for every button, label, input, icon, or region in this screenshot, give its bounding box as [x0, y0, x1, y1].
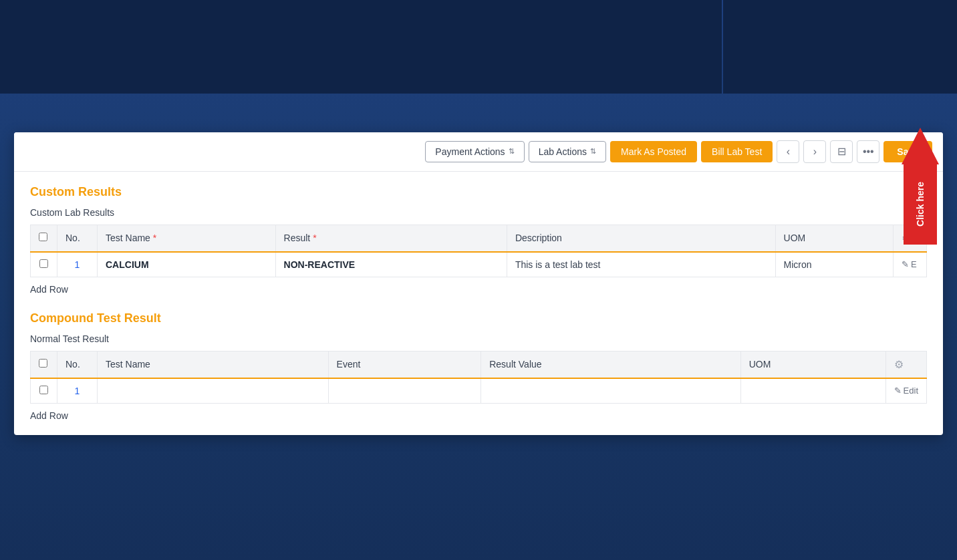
compound-row-event-cell: [328, 378, 481, 404]
compound-row-edit-button[interactable]: ✎ Edit: [894, 386, 918, 396]
next-icon: ›: [813, 146, 817, 158]
next-button[interactable]: ›: [803, 140, 826, 163]
compound-test-header-row: No. Test Name Event Result Value: [31, 351, 927, 378]
compound-gear-icon: ⚙: [894, 359, 904, 370]
mark-as-posted-button[interactable]: Mark As Posted: [610, 141, 697, 162]
result-required-star: *: [313, 233, 316, 243]
custom-results-header-row: No. Test Name * Result * Description: [31, 225, 927, 252]
more-button[interactable]: •••: [857, 140, 879, 163]
col-uom-label: UOM: [784, 233, 806, 243]
content-area: Custom Results Custom Lab Results No.: [14, 172, 943, 435]
custom-results-result-header: Result *: [275, 225, 507, 252]
toolbar: Payment Actions ⇅ Lab Actions ⇅ Mark As …: [14, 132, 943, 172]
compound-row-resultvalue-cell: [481, 378, 741, 404]
custom-results-title: Custom Results: [30, 185, 927, 199]
compound-select-all[interactable]: [39, 359, 47, 368]
prev-icon: ‹: [787, 146, 790, 158]
custom-results-no-header: No.: [57, 225, 98, 252]
compound-row-no-cell: 1: [57, 378, 98, 404]
print-icon: ⊟: [837, 145, 846, 158]
custom-results-description-header: Description: [507, 225, 775, 252]
custom-results-table: No. Test Name * Result * Description: [30, 225, 927, 277]
arrow-triangle: [902, 128, 939, 164]
prev-button[interactable]: ‹: [777, 140, 799, 163]
row-edit-cell: ✎ E: [894, 252, 927, 277]
compound-row-number: 1: [75, 386, 80, 396]
compound-edit-label: Edit: [904, 386, 918, 396]
compound-row-checkbox-cell: [31, 378, 57, 404]
payment-actions-label: Payment Actions: [435, 146, 505, 157]
click-here-annotation: Click here: [902, 128, 939, 245]
bill-lab-test-button[interactable]: Bill Lab Test: [701, 141, 773, 162]
edit-pencil-icon: ✎: [902, 259, 909, 269]
normal-test-result-label: Normal Test Result: [30, 333, 927, 344]
compound-gear-header: ⚙: [885, 351, 926, 378]
row-result-value: NON-REACTIVE: [284, 259, 356, 270]
table-row: 1: [31, 378, 927, 404]
row-description-value: This is a test lab test: [515, 259, 601, 270]
save-button-wrapper: Save Click here: [883, 141, 932, 162]
custom-results-select-all[interactable]: [39, 233, 47, 241]
custom-results-add-row[interactable]: Add Row: [30, 284, 68, 295]
compound-test-title: Compound Test Result: [30, 311, 927, 325]
row-number: 1: [75, 259, 80, 270]
compound-event-header: Event: [328, 351, 481, 378]
compound-col-testname: Test Name: [106, 359, 150, 370]
row-checkbox-cell: [31, 252, 57, 277]
col-no-label: No.: [65, 233, 80, 243]
row-checkbox[interactable]: [39, 259, 48, 268]
arrow-body: Click here: [904, 164, 937, 245]
compound-no-header: No.: [57, 351, 98, 378]
compound-test-table: No. Test Name Event Result Value: [30, 351, 927, 404]
row-uom-cell: Micron: [775, 252, 893, 277]
annotation-label: Click here: [915, 182, 926, 227]
table-row: 1 CALCIUM NON-REACTIVE This is a test la…: [31, 252, 927, 277]
custom-lab-results-label: Custom Lab Results: [30, 207, 927, 218]
row-uom-value: Micron: [784, 259, 812, 270]
toolbar-actions: Payment Actions ⇅ Lab Actions ⇅ Mark As …: [425, 140, 932, 163]
row-testname-value: CALCIUM: [106, 259, 149, 270]
compound-testname-header: Test Name: [98, 351, 329, 378]
print-button[interactable]: ⊟: [830, 140, 853, 163]
compound-col-event: Event: [337, 359, 361, 370]
compound-row-testname-cell: [98, 378, 329, 404]
row-edit-button[interactable]: ✎ E: [902, 259, 917, 269]
more-icon: •••: [863, 146, 874, 158]
lab-actions-label: Lab Actions: [539, 146, 587, 157]
row-no-cell: 1: [57, 252, 98, 277]
payment-actions-button[interactable]: Payment Actions ⇅: [425, 141, 524, 162]
compound-uom-header: UOM: [740, 351, 885, 378]
compound-test-add-row[interactable]: Add Row: [30, 410, 68, 421]
payment-actions-chevron: ⇅: [509, 147, 515, 156]
custom-results-testname-header: Test Name *: [98, 225, 276, 252]
compound-resultvalue-header: Result Value: [481, 351, 741, 378]
custom-results-uom-header: UOM: [775, 225, 893, 252]
compound-col-no: No.: [65, 359, 80, 370]
custom-results-section: Custom Results Custom Lab Results No.: [30, 185, 927, 295]
testname-required-star: *: [153, 233, 156, 243]
compound-row-checkbox[interactable]: [39, 386, 48, 394]
edit-label: E: [911, 259, 917, 269]
compound-col-resultvalue: Result Value: [489, 359, 541, 370]
compound-row-edit-cell: ✎ Edit: [885, 378, 926, 404]
row-result-cell: NON-REACTIVE: [275, 252, 507, 277]
row-description-cell: This is a test lab test: [507, 252, 775, 277]
lab-actions-button[interactable]: Lab Actions ⇅: [529, 141, 606, 162]
compound-edit-pencil-icon: ✎: [894, 386, 902, 396]
custom-results-checkbox-header: [31, 225, 57, 252]
compound-test-section: Compound Test Result Normal Test Result …: [30, 311, 927, 422]
compound-row-uom-cell: [740, 378, 885, 404]
row-testname-cell: CALCIUM: [98, 252, 276, 277]
lab-actions-chevron: ⇅: [590, 147, 596, 156]
compound-col-uom: UOM: [749, 359, 771, 370]
compound-checkbox-header: [31, 351, 57, 378]
col-description-label: Description: [515, 233, 562, 243]
